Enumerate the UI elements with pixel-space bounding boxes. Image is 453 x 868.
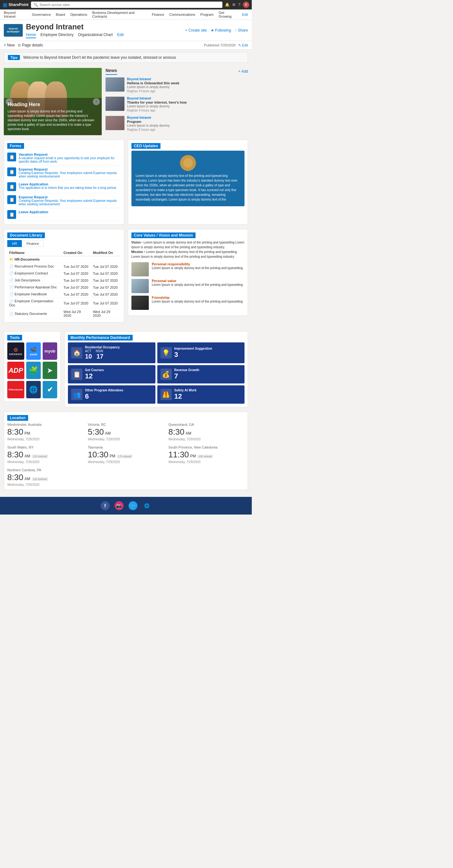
location-section: Location Westminster, Australia 8:30 PM … [4, 411, 248, 490]
loc-time-row-5: 10:30 PM 17h ahead [88, 450, 164, 460]
news-summary-1: Lorem Ipsum is simply dummy [127, 85, 179, 89]
tool-myob[interactable]: myob [43, 342, 57, 360]
nav-employee-directory[interactable]: Employee Directory [40, 33, 73, 38]
news-title-3[interactable]: Program [127, 120, 170, 124]
loc-date-6: Wednesday, 7/29/2020 [169, 460, 244, 464]
nav-get-growing[interactable]: Get Growing [219, 11, 237, 18]
doc-filename-4[interactable]: 📄 Performance Appraisal Doc [7, 284, 62, 291]
nav-org-chart[interactable]: Organizational Chart [78, 33, 113, 38]
doc-table: FileName Created On Modified On 📁 HR-Doc… [7, 250, 121, 319]
tool-zoom[interactable]: 📹 zoom [26, 342, 41, 360]
news-thumb-2 [105, 97, 124, 111]
table-row: 📄 Job Descriptions Tue Jul 07 2020 Tue J… [7, 277, 121, 284]
core-image-1 [131, 262, 149, 276]
dash-card-improvement: 💡 Improvement Suggestion 3 [157, 342, 245, 363]
header-actions: + Create site ★ Following ↑ Share [185, 28, 248, 33]
doc-library-wrapper: Document Library HR Finance FileName Cre… [4, 229, 124, 327]
page-details-button[interactable]: ⊙ Page details [18, 43, 43, 48]
form-title-5[interactable]: Leave Application [19, 210, 48, 214]
nav-home[interactable]: Home [26, 33, 36, 38]
revenue-label: Revenue Growth [174, 368, 199, 372]
core-values-title: Core Values / Vision and Mission [131, 232, 195, 238]
news-title-1[interactable]: Hellena is Onboarded this week [127, 81, 179, 85]
settings-icon[interactable]: ⚙ [232, 2, 236, 7]
tool-globe[interactable]: 🌐 [26, 381, 41, 398]
core-image-3 [131, 296, 149, 310]
form-icon-3: 📋 [7, 182, 16, 191]
share-btn[interactable]: ↑ Share [235, 28, 248, 33]
tool-arrow[interactable]: ➤ [43, 362, 57, 379]
toolbar-left: + New ⊙ Page details [4, 43, 43, 48]
doc-modified-5: Tue Jul 07 2020 [91, 291, 120, 298]
footer-facebook-icon[interactable]: f [101, 501, 110, 510]
doc-filename-7[interactable]: 📄 Statutory Documents [7, 309, 62, 319]
form-text-4: Expense Request Creating Expense Request… [19, 195, 121, 206]
news-add-button[interactable]: + Add [238, 69, 248, 73]
news-title-2[interactable]: Thanks for your interest, here's how [127, 100, 187, 104]
forms-title: Forms [7, 143, 24, 149]
location-title: Location [7, 415, 28, 421]
search-input[interactable] [39, 3, 220, 7]
tool-kronos[interactable]: ⊙ KRONOS [7, 342, 24, 360]
improvement-icon: 💡 [160, 347, 172, 359]
loc-ampm-2: AM [105, 431, 111, 436]
form-title-3[interactable]: Leave Application [19, 182, 117, 186]
attendees-content: Other Program Attendees 6 [85, 389, 123, 401]
doc-filename-1[interactable]: 📄 Recruitment Process Doc [7, 263, 62, 270]
nav-beyond-intranet[interactable]: Beyond Intranet [4, 11, 27, 18]
tool-adp[interactable]: ADP [7, 362, 24, 379]
browser-search-bar[interactable]: 🔍 [31, 2, 222, 8]
nav-business-dev[interactable]: Business Development and Contracts [92, 11, 147, 18]
loc-name-2: Victoria, BC [88, 423, 164, 427]
new-button[interactable]: + New [4, 43, 14, 48]
nav-governance[interactable]: Governance [32, 12, 51, 17]
nav-program[interactable]: Program [200, 12, 214, 17]
nav-edit[interactable]: Edit [242, 12, 248, 17]
site-logo-area: beyond INTRANET Beyond Intranet Home Emp… [4, 23, 123, 38]
news-text-2: Beyond Intranet Thanks for your interest… [127, 97, 187, 112]
core-desc-3: Lorem Ipsum is simply dummy text of the … [152, 300, 243, 304]
doc-filename-2[interactable]: 📄 Employment Contract [7, 270, 62, 277]
nav-finance[interactable]: Finance [152, 12, 164, 17]
doc-folder-row: 📁 HR-Documents [7, 256, 121, 263]
nav-operations[interactable]: Operations [70, 12, 87, 17]
user-avatar[interactable]: R [243, 2, 249, 8]
notification-icon[interactable]: 🔔 [225, 2, 230, 7]
table-row: 📄 Statutory Documents Wed Jul 29 2020 We… [7, 309, 121, 319]
doc-tab-finance[interactable]: Finance [22, 240, 43, 247]
core-title-2: Personal value [152, 279, 243, 283]
form-title-2[interactable]: Expense Request [19, 167, 121, 171]
table-row: 📄 Employment Contract Tue Jul 07 2020 Tu… [7, 270, 121, 277]
vision-mission-text: Vision • Lorem Ipsum is simply dummy tex… [131, 240, 245, 259]
news-thumb-1 [105, 78, 124, 92]
nav-communications[interactable]: Communications [169, 12, 195, 17]
doc-filename-5[interactable]: 📄 Employee Handbook [7, 291, 62, 298]
form-desc-2: Creating Expense Requests. Your employee… [19, 171, 121, 178]
revenue-icon: 💰 [160, 369, 172, 380]
doc-folder-name[interactable]: 📁 HR-Documents [7, 256, 121, 263]
nav-edit-link[interactable]: Edit [117, 33, 124, 38]
core-desc-1: Lorem Ipsum is simply dummy text of the … [152, 266, 243, 270]
news-text-3: Beyond Intranet Program Lorem Ipsum is s… [127, 116, 170, 131]
doc-created-7: Wed Jul 29 2020 [62, 309, 91, 319]
form-title-1[interactable]: Vacation Request [19, 153, 121, 156]
footer-twitter-icon[interactable]: 🐦 [128, 501, 138, 510]
nav-board[interactable]: Board [56, 12, 65, 17]
doc-filename-3[interactable]: 📄 Job Descriptions [7, 277, 62, 284]
tool-checkmark[interactable]: ✔ [43, 381, 57, 398]
doc-modified-4: Tue Jul 07 2020 [91, 284, 120, 291]
loc-behind-5: 17h ahead [117, 455, 133, 458]
form-title-4[interactable]: Expense Request [19, 195, 121, 199]
tool-officeworks[interactable]: Officeworks [7, 381, 24, 398]
help-icon[interactable]: ? [238, 2, 240, 7]
create-site-btn[interactable]: + Create site [185, 28, 207, 33]
doc-tab-hr[interactable]: HR [7, 240, 22, 247]
footer-instagram-icon[interactable]: 📷 [115, 501, 123, 510]
table-row: 📄 Recruitment Process Doc Tue Jul 07 202… [7, 263, 121, 270]
footer-globe-icon[interactable]: 🌐 [143, 501, 151, 510]
following-btn[interactable]: ★ Following [211, 28, 231, 33]
edit-page-button[interactable]: ✎ Edit [238, 43, 248, 48]
location-northern-cambria: Northern Cambria, PA 8:30 AM 12h behind … [7, 468, 83, 487]
doc-filename-6[interactable]: 📄 Employee Compensation Doc [7, 298, 62, 309]
tool-puzzle[interactable]: 🧩 [26, 362, 41, 379]
